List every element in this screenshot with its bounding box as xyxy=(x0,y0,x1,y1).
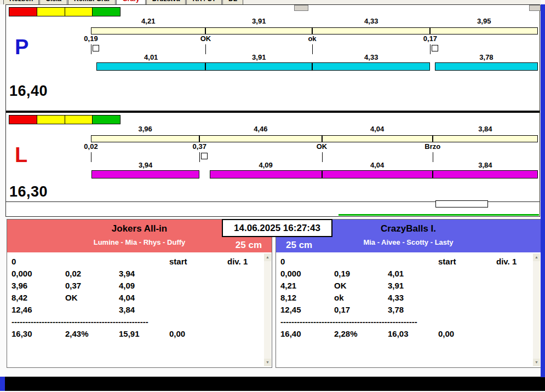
table-cell: 0,000 xyxy=(280,269,334,281)
table-cell: 0,00 xyxy=(169,329,227,341)
score-row: 8,12ok4,33 xyxy=(280,293,532,305)
split-markers-row: 0,19OKok0,17 xyxy=(91,34,538,43)
table-cell: 4,01 xyxy=(388,269,438,281)
lane-graphs-window: P 4,213,914,333,95 0,19OKok0,17 4,013,91… xyxy=(5,4,540,217)
planned-bar-segment xyxy=(312,27,430,34)
table-cell: start xyxy=(169,257,227,269)
tab-bar-inner: RozbehČíslaKombi GrafGrafyDružstvaKR / S… xyxy=(3,0,244,4)
table-cell: OK xyxy=(65,293,119,305)
table-cell xyxy=(227,305,263,317)
table-cell: OK xyxy=(334,281,388,293)
split-marker-label: OK xyxy=(317,142,328,151)
planned-time-label: 4,04 xyxy=(370,125,384,133)
app-screen: RozbehČíslaKombi GrafGrafyDružstvaKR / S… xyxy=(0,0,545,392)
actual-time-label: 4,09 xyxy=(259,161,272,169)
planned-bar-segment xyxy=(430,27,538,34)
score-row: 0startdiv. 1 xyxy=(280,257,532,269)
actual-time-label: 4,33 xyxy=(364,53,378,61)
table-cell: 8,12 xyxy=(280,293,334,305)
tab-rozbeh[interactable]: Rozbeh xyxy=(3,0,39,4)
split-marker-label: 0,37 xyxy=(193,142,206,151)
table-cell xyxy=(65,305,119,317)
planned-bar-segment xyxy=(322,135,433,142)
score-table-container: 0startdiv. 10,0000,023,943,960,374,098,4… xyxy=(7,252,272,367)
planned-time-label: 3,95 xyxy=(477,17,491,25)
actual-bar-segment xyxy=(433,170,538,178)
scrollbar[interactable]: ▲ ▼ xyxy=(264,253,271,366)
actual-bar-segment xyxy=(322,170,433,178)
table-cell xyxy=(119,257,169,269)
planned-bar-segment xyxy=(91,27,205,34)
tab--sla[interactable]: Čísla xyxy=(39,0,67,4)
score-table-container: 0startdiv. 10,0000,194,014,21OK3,918,12o… xyxy=(276,252,541,367)
score-row: 0,0000,194,01 xyxy=(280,269,532,281)
table-cell xyxy=(496,305,532,317)
table-cell xyxy=(227,269,263,281)
team-card-left: Jokers All-in Lumine - Mia - Rhys - Duff… xyxy=(7,219,272,368)
table-cell: 2,28% xyxy=(334,329,388,341)
lane-p-chart: 4,213,914,333,95 0,19OKok0,17 4,013,914,… xyxy=(91,5,538,111)
tab-kombi-graf[interactable]: Kombi Graf xyxy=(68,0,116,4)
bottom-bar-blue-chip xyxy=(0,377,5,391)
tab-kr-st[interactable]: KR / ST xyxy=(186,0,222,4)
actual-bar-segment xyxy=(205,62,312,71)
table-cell: 4,04 xyxy=(119,293,169,305)
table-cell xyxy=(227,329,263,341)
lane-panel-l: L 3,964,464,043,84 0,020,37OKBrzo 3,944,… xyxy=(6,113,540,202)
table-cell: 0,19 xyxy=(334,269,388,281)
status-segment-3 xyxy=(65,8,93,16)
planned-time-label: 4,33 xyxy=(364,17,378,25)
scroll-up-icon[interactable]: ▲ xyxy=(533,253,540,261)
table-cell: 0,17 xyxy=(334,305,388,317)
graph-footer xyxy=(6,202,540,216)
scroll-up-icon[interactable]: ▲ xyxy=(264,253,271,261)
green-indicator-line xyxy=(339,214,539,216)
empty-value-box xyxy=(435,200,488,207)
actual-bar xyxy=(91,62,538,71)
score-row: 8,42OK4,04 xyxy=(12,293,263,305)
totals-row: 16,402,28%16,030,00 xyxy=(280,329,532,341)
separator-row: ----------------------------------------… xyxy=(280,317,433,329)
table-cell: 0,37 xyxy=(65,281,119,293)
table-cell xyxy=(169,305,227,317)
table-cell: 16,30 xyxy=(12,329,65,341)
table-cell: 3,78 xyxy=(388,305,438,317)
scrollbar[interactable]: ▲ ▼ xyxy=(533,253,540,366)
tab-grafy[interactable]: Grafy xyxy=(116,0,145,4)
table-cell: 3,94 xyxy=(119,269,169,281)
table-cell: div. 1 xyxy=(227,257,263,269)
table-cell xyxy=(496,329,532,341)
table-cell xyxy=(438,293,496,305)
score-row: 0,0000,023,94 xyxy=(12,269,263,281)
datetime-display: 14.06.2025 16:27:43 xyxy=(222,219,332,237)
table-cell: ok xyxy=(334,293,388,305)
actual-bar-segment xyxy=(91,170,199,178)
bottom-bar xyxy=(0,377,545,391)
team-card-right: CrazyBalls I. Mia - Aivee - Scotty - Las… xyxy=(276,219,541,368)
table-cell: 16,03 xyxy=(388,329,438,341)
actual-time-label: 3,78 xyxy=(479,53,493,61)
tab-dl[interactable]: DL xyxy=(222,0,243,4)
table-cell: 4,21 xyxy=(280,281,334,293)
score-row: 3,960,374,09 xyxy=(12,281,263,293)
split-marker-label: Brzo xyxy=(424,142,440,151)
lane-p-total: 16,40 xyxy=(9,83,48,100)
table-cell: 8,42 xyxy=(12,293,65,305)
tab-dru-stva[interactable]: Družstva xyxy=(146,0,186,4)
table-cell: 12,46 xyxy=(12,305,65,317)
score-row: 0startdiv. 1 xyxy=(12,257,263,269)
split-checkbox xyxy=(201,153,208,159)
table-cell: 15,91 xyxy=(119,329,169,341)
right-window-border xyxy=(541,4,545,377)
table-cell xyxy=(496,269,532,281)
tab-bar: RozbehČíslaKombi GrafGrafyDružstvaKR / S… xyxy=(0,0,541,4)
scroll-down-icon[interactable]: ▼ xyxy=(533,359,540,366)
planned-times-row: 4,213,914,333,95 xyxy=(91,17,538,25)
lane-l-total: 16,30 xyxy=(9,183,48,200)
table-cell: 16,40 xyxy=(280,329,334,341)
actual-time-label: 4,04 xyxy=(370,161,384,169)
status-segment-2 xyxy=(37,8,65,16)
table-cell: 12,45 xyxy=(280,305,334,317)
planned-bar-segment xyxy=(433,135,538,142)
scroll-down-icon[interactable]: ▼ xyxy=(264,359,271,366)
